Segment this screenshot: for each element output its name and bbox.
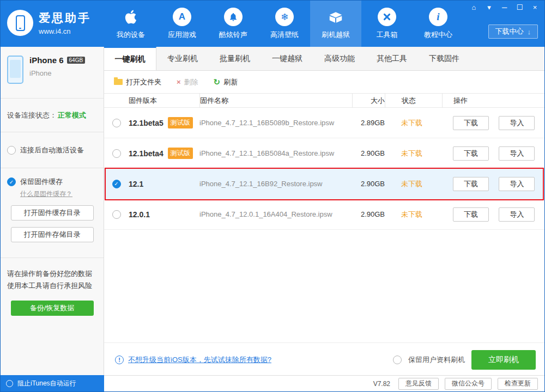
firmware-name: iPhone_4.7_12.1_16B92_Restore.ipsw	[199, 180, 352, 188]
folder-icon	[114, 79, 123, 85]
firmware-name: iPhone_4.7_12.0.1_16A404_Restore.ipsw	[199, 210, 352, 218]
open-storage-dir-button[interactable]: 打开固件存储目录	[11, 227, 94, 242]
download-center-button[interactable]: 下载中心 ↓	[488, 24, 538, 39]
download-button[interactable]: 下载	[453, 146, 489, 161]
nav-item-toolbox[interactable]: 工具箱	[361, 1, 413, 47]
feedback-button[interactable]: 意见反馈	[398, 378, 439, 390]
firmware-status: 未下载	[385, 210, 442, 219]
download-button[interactable]: 下载	[453, 207, 489, 222]
nav-item-ringtones[interactable]: 酷炫铃声	[208, 1, 259, 47]
nav-label: 刷机越狱	[322, 30, 350, 40]
import-button[interactable]: 导入	[499, 116, 535, 130]
col-status: 状态	[385, 93, 442, 108]
row-select-radio[interactable]: ✓	[112, 180, 121, 188]
nav-label: 酷炫铃声	[219, 30, 247, 40]
firmware-status: 未下载	[385, 118, 442, 128]
minimize-icon[interactable]: ─	[500, 3, 508, 11]
firmware-table-body: 12.1beta5 测试版 iPhone_4.7_12.1_16B5089b_R…	[104, 108, 545, 230]
app-header: 爱思助手 www.i4.cn 我的设备 A 应用游戏 酷炫铃声	[1, 1, 544, 47]
block-itunes-radio[interactable]	[6, 380, 13, 387]
tab-pro-flash[interactable]: 专业刷机	[156, 47, 209, 70]
delete-button[interactable]: × 删除	[177, 77, 198, 87]
toolbox-icon	[378, 8, 396, 26]
info-icon: !	[115, 356, 124, 364]
app-window: 爱思助手 www.i4.cn 我的设备 A 应用游戏 酷炫铃声	[0, 0, 545, 392]
refresh-icon: ↻	[214, 77, 221, 87]
nav-item-wallpapers[interactable]: ❄ 高清壁纸	[259, 1, 310, 47]
firmware-name: iPhone_4.7_12.1_16B5084a_Restore.ipsw	[199, 149, 352, 157]
sidebar: iPhone 6 64GB iPhone 设备连接状态：正常模式 连接后自动激活…	[1, 47, 104, 376]
keep-user-data-label: 保留用户资料刷机	[408, 355, 465, 365]
connection-mode: 正常模式	[58, 111, 86, 119]
keep-user-data-radio[interactable]	[393, 356, 402, 364]
wechat-button[interactable]: 微信公众号	[445, 378, 492, 390]
nav-label: 我的设备	[117, 30, 145, 40]
open-folder-button[interactable]: 打开文件夹	[114, 77, 161, 87]
col-actions: 操作	[442, 93, 545, 108]
nav-item-my-devices[interactable]: 我的设备	[105, 1, 156, 47]
import-button[interactable]: 导入	[499, 177, 535, 191]
firmware-row[interactable]: 12.0.1 iPhone_4.7_12.0.1_16A404_Restore.…	[104, 199, 545, 230]
nav-label: 应用游戏	[168, 30, 196, 40]
firmware-row[interactable]: ✓ 12.1 iPhone_4.7_12.1_16B92_Restore.ips…	[104, 169, 545, 199]
check-update-button[interactable]: 检查更新	[498, 378, 538, 390]
tab-one-click-flash[interactable]: 一键刷机	[104, 47, 156, 70]
keep-cache-label: 保留固件缓存	[20, 177, 63, 187]
download-button[interactable]: 下载	[453, 177, 489, 191]
import-button[interactable]: 导入	[499, 207, 535, 222]
download-button[interactable]: 下载	[453, 116, 489, 130]
nav-item-apps-games[interactable]: A 应用游戏	[156, 1, 208, 47]
device-icon	[7, 56, 23, 84]
apple-icon	[122, 8, 140, 26]
connection-label: 设备连接状态：	[7, 111, 57, 119]
tutorial-info-icon: i	[429, 8, 447, 26]
nav-label: 教程中心	[424, 30, 452, 40]
theme-icon[interactable]: ▾	[485, 3, 493, 11]
maximize-icon[interactable]: ☐	[516, 3, 524, 11]
erase-data-link[interactable]: 不想升级当前iOS版本，先试试抹除所有数据?	[128, 355, 271, 365]
import-button[interactable]: 导入	[499, 146, 535, 161]
home-icon[interactable]: ⌂	[470, 3, 478, 11]
auto-activate-label: 连接后自动激活设备	[20, 145, 84, 155]
close-icon[interactable]: ×	[531, 3, 539, 11]
firmware-version: 12.1	[129, 180, 143, 188]
open-cache-dir-button[interactable]: 打开固件缓存目录	[11, 205, 94, 220]
row-select-radio[interactable]	[112, 149, 121, 158]
refresh-button[interactable]: ↻ 刷新	[214, 77, 238, 87]
wallpaper-icon: ❄	[275, 8, 294, 26]
tab-download-firmware[interactable]: 下载固件	[418, 47, 470, 70]
tab-batch-flash[interactable]: 批量刷机	[209, 47, 261, 70]
block-itunes-toggle[interactable]: 阻止iTunes自动运行	[1, 375, 104, 391]
col-firmware-name: 固件名称	[199, 93, 352, 108]
table-header: 固件版本 固件名称 大小 状态 操作	[104, 93, 545, 108]
keep-cache-radio[interactable]: ✓	[7, 177, 16, 186]
nav-item-tutorials[interactable]: i 教程中心	[413, 1, 464, 47]
flash-tabs: 一键刷机 专业刷机 批量刷机 一键越狱 高级功能 其他工具 下载固件	[104, 47, 545, 71]
app-url: www.i4.cn	[39, 27, 91, 35]
what-is-cache-link[interactable]: 什么是固件缓存？	[20, 189, 72, 199]
firmware-version: 12.1beta4	[129, 149, 164, 158]
tab-one-click-jailbreak[interactable]: 一键越狱	[261, 47, 313, 70]
row-select-radio[interactable]	[112, 119, 121, 127]
auto-activate-radio[interactable]	[7, 146, 16, 155]
nav-item-flash-jailbreak[interactable]: 刷机越狱	[310, 1, 361, 47]
device-capacity-badge: 64GB	[67, 57, 86, 64]
tab-other-tools[interactable]: 其他工具	[366, 47, 418, 70]
app-logo: 爱思助手 www.i4.cn	[7, 10, 91, 36]
row-select-radio[interactable]	[112, 210, 121, 219]
nav-label: 高清壁纸	[270, 30, 299, 40]
auto-activate-option[interactable]: 连接后自动激活设备	[1, 132, 104, 168]
device-name: iPhone 6	[29, 56, 64, 65]
tab-advanced[interactable]: 高级功能	[313, 47, 366, 70]
app-title: 爱思助手	[39, 10, 91, 26]
logo-icon	[7, 10, 33, 36]
backup-restore-button[interactable]: 备份/恢复数据	[11, 301, 94, 316]
firmware-row[interactable]: 12.1beta5 测试版 iPhone_4.7_12.1_16B5089b_R…	[104, 108, 545, 138]
firmware-name: iPhone_4.7_12.1_16B5089b_Restore.ipsw	[199, 119, 352, 127]
backup-warning-section: 请在操作前备份好您的数据 使用本工具请自行承担风险 备份/恢复数据	[1, 258, 104, 326]
firmware-toolbar: 打开文件夹 × 删除 ↻ 刷新	[104, 71, 545, 93]
firmware-row[interactable]: 12.1beta4 测试版 iPhone_4.7_12.1_16B5084a_R…	[104, 138, 545, 169]
device-model: iPhone	[29, 69, 85, 77]
nav-label: 工具箱	[377, 30, 398, 40]
flash-now-button[interactable]: 立即刷机	[471, 350, 536, 370]
